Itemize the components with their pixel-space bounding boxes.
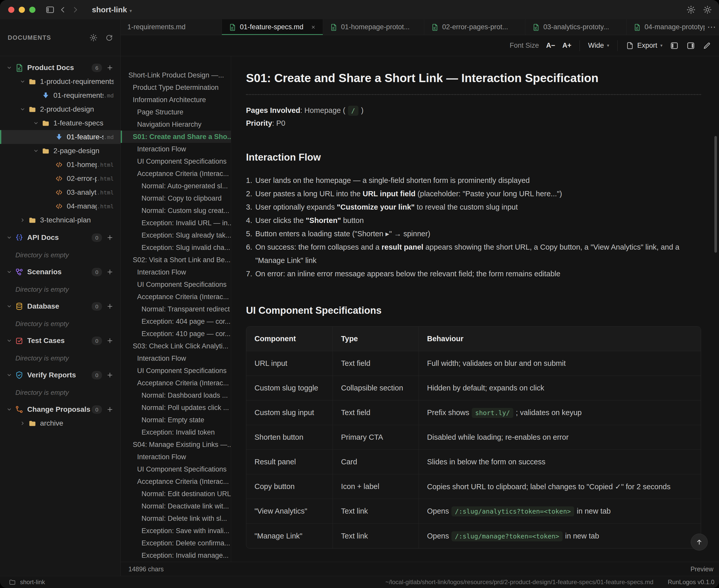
- toc-item-exception-invalid-token[interactable]: Exception: Invalid token: [121, 426, 231, 438]
- chevron-down-icon[interactable]: [4, 303, 15, 310]
- close-icon[interactable]: [311, 24, 316, 30]
- add-icon[interactable]: [106, 405, 114, 413]
- panel-right-icon[interactable]: [686, 41, 695, 50]
- close-window-button[interactable]: [8, 7, 14, 13]
- toc-item-s02-visit-a-short-link-and-be[interactable]: S02: Visit a Short Link and Be...: [121, 254, 231, 266]
- chevron-down-icon[interactable]: [17, 78, 28, 85]
- add-icon[interactable]: [106, 302, 114, 310]
- chevron-right-icon[interactable]: [17, 420, 28, 427]
- sun-icon[interactable]: [703, 5, 712, 15]
- toc-item-acceptance-criteria-interac[interactable]: Acceptance Criteria (Interac...: [121, 291, 231, 303]
- window-title[interactable]: short-link ▾: [92, 5, 132, 14]
- chevron-down-icon[interactable]: [30, 148, 42, 154]
- font-decrease-button[interactable]: A−: [546, 42, 555, 49]
- toc-item-ui-component-specifications[interactable]: UI Component Specifications: [121, 278, 231, 291]
- toc-item-normal-edit-destination-url[interactable]: Normal: Edit destination URL: [121, 488, 231, 500]
- tree-item-01-homepage-pro[interactable]: 01-homepage-pro....html: [0, 158, 120, 172]
- sidebar-section-product-docs[interactable]: Product Docs6: [0, 61, 120, 75]
- tree-item-01-requirements[interactable]: 01-requirements.md: [0, 88, 120, 102]
- toc-item-information-architecture[interactable]: Information Architecture: [121, 93, 231, 106]
- tab-1-requirements-md[interactable]: 1-requirements.md: [121, 19, 222, 35]
- toc-item-interaction-flow[interactable]: Interaction Flow: [121, 143, 231, 155]
- minimize-window-button[interactable]: [19, 7, 25, 13]
- sidebar-section-api-docs[interactable]: API Docs0: [0, 231, 120, 245]
- toc-item-navigation-hierarchy[interactable]: Navigation Hierarchy: [121, 118, 231, 131]
- add-icon[interactable]: [106, 371, 114, 379]
- toc-item-s03-check-link-click-analyti[interactable]: S03: Check Link Click Analyti...: [121, 340, 231, 352]
- toc-item-normal-dashboard-loads[interactable]: Normal: Dashboard loads ...: [121, 389, 231, 401]
- chevron-right-icon[interactable]: [17, 217, 28, 224]
- toc-item-exception-slug-already-tak[interactable]: Exception: Slug already tak...: [121, 229, 231, 241]
- add-icon[interactable]: [106, 234, 114, 241]
- toc-item-normal-copy-to-clipboard[interactable]: Normal: Copy to clipboard: [121, 192, 231, 205]
- toc-item-product-type-determination[interactable]: Product Type Determination: [121, 81, 231, 93]
- tree-item-2-product-design[interactable]: 2-product-design: [0, 102, 120, 116]
- add-icon[interactable]: [106, 268, 114, 276]
- tab-01-homepage-protot[interactable]: 01-homepage-protot...: [323, 19, 424, 35]
- font-increase-button[interactable]: A+: [562, 42, 571, 49]
- toc-item-s04-manage-existing-links[interactable]: S04: Manage Existing Links —...: [121, 438, 231, 451]
- sidebar-section-test-cases[interactable]: Test Cases0: [0, 334, 120, 348]
- tree-item-01-feature-specs[interactable]: 01-feature-specs.md: [0, 130, 120, 144]
- sidebar-section-verify-reports[interactable]: Verify Reports0: [0, 368, 120, 382]
- toc-item-ui-component-specifications[interactable]: UI Component Specifications: [121, 155, 231, 168]
- sidebar-section-database[interactable]: Database0: [0, 299, 120, 313]
- toc-item-normal-delete-link-with-sl[interactable]: Normal: Delete link with sl...: [121, 512, 231, 525]
- toc-item-s01-create-and-share-a-sho[interactable]: S01: Create and Share a Sho...: [121, 131, 231, 143]
- toc-item-normal-deactivate-link-wit[interactable]: Normal: Deactivate link wit...: [121, 500, 231, 512]
- toc-item-exception-delete-confirma[interactable]: Exception: Delete confirma...: [121, 537, 231, 549]
- back-icon[interactable]: [59, 5, 67, 14]
- toc-item-normal-empty-state[interactable]: Normal: Empty state: [121, 414, 231, 426]
- tree-item-1-product-requirements[interactable]: 1-product-requirements: [0, 75, 120, 88]
- toc-item-normal-auto-generated-sl[interactable]: Normal: Auto-generated sl...: [121, 180, 231, 192]
- forward-icon[interactable]: [71, 5, 80, 14]
- toc-item-acceptance-criteria-interac[interactable]: Acceptance Criteria (Interac...: [121, 475, 231, 488]
- toc-item-interaction-flow[interactable]: Interaction Flow: [121, 266, 231, 278]
- tab-02-error-pages-prot[interactable]: 02-error-pages-prot...: [424, 19, 525, 35]
- toc-item-interaction-flow[interactable]: Interaction Flow: [121, 352, 231, 364]
- chevron-down-icon[interactable]: [17, 106, 28, 113]
- toc-item-exception-save-with-invali[interactable]: Exception: Save with invali...: [121, 525, 231, 537]
- tab-01-feature-specs-md[interactable]: 01-feature-specs.md: [222, 19, 323, 35]
- export-button[interactable]: Export ▾: [626, 42, 662, 50]
- gear-icon[interactable]: [686, 5, 696, 15]
- toc-item-exception-invalid-manage[interactable]: Exception: Invalid manage...: [121, 549, 231, 562]
- tree-item-2-page-design[interactable]: 2-page-design: [0, 144, 120, 158]
- tree-item-3-technical-plan[interactable]: 3-technical-plan: [0, 213, 120, 227]
- toc-item-ui-component-specifications[interactable]: UI Component Specifications: [121, 463, 231, 475]
- chevron-down-icon[interactable]: [4, 269, 15, 275]
- tree-item-1-feature-specs[interactable]: 1-feature-specs: [0, 116, 120, 130]
- chevron-down-icon[interactable]: [4, 406, 15, 413]
- scroll-to-top-button[interactable]: [691, 533, 708, 550]
- sidebar-section-change-proposals[interactable]: Change Proposals0: [0, 402, 120, 416]
- panel-left-icon[interactable]: [670, 41, 679, 50]
- tab-03-analytics-prototy[interactable]: 03-analytics-prototy...: [525, 19, 626, 35]
- toc-item-exception-slug-invalid-cha[interactable]: Exception: Slug invalid cha...: [121, 241, 231, 254]
- tab-overflow-button[interactable]: ⋯: [705, 19, 719, 35]
- tree-item-03-analytics-prot[interactable]: 03-analytics-prot....html: [0, 186, 120, 200]
- toc-item-page-structure[interactable]: Page Structure: [121, 106, 231, 118]
- toc-item-normal-transparent-redirect[interactable]: Normal: Transparent redirect: [121, 303, 231, 315]
- sidebar-section-scenarios[interactable]: Scenarios0: [0, 265, 120, 279]
- toc-item-exception-410-page-cor[interactable]: Exception: 410 page — cor...: [121, 328, 231, 340]
- toc-item-normal-custom-slug-creat[interactable]: Normal: Custom slug creat...: [121, 205, 231, 217]
- tree-item-02-error-pages-p[interactable]: 02-error-pages-p....html: [0, 172, 120, 186]
- tree-item-04-manage-proto[interactable]: 04-manage-proto....html: [0, 200, 120, 213]
- chevron-down-icon[interactable]: [4, 372, 15, 378]
- add-icon[interactable]: [106, 64, 114, 71]
- toc-item-ui-component-specifications[interactable]: UI Component Specifications: [121, 364, 231, 377]
- toc-item-normal-poll-updates-click[interactable]: Normal: Poll updates click ...: [121, 401, 231, 414]
- add-icon[interactable]: [106, 337, 114, 344]
- pencil-icon[interactable]: [703, 41, 711, 50]
- chevron-down-icon[interactable]: [4, 64, 15, 71]
- zoom-window-button[interactable]: [29, 7, 36, 13]
- chevron-down-icon[interactable]: [30, 120, 42, 126]
- gear-icon[interactable]: [89, 33, 98, 42]
- tree-item-archive[interactable]: archive: [0, 416, 120, 430]
- toc-item-acceptance-criteria-interac[interactable]: Acceptance Criteria (Interac...: [121, 377, 231, 389]
- toc-item-interaction-flow[interactable]: Interaction Flow: [121, 451, 231, 463]
- toc-item-acceptance-criteria-interac[interactable]: Acceptance Criteria (Interac...: [121, 168, 231, 180]
- toc-item-exception-invalid-url-in[interactable]: Exception: Invalid URL — in...: [121, 217, 231, 229]
- chevron-down-icon[interactable]: [4, 337, 15, 344]
- scrollbar-thumb[interactable]: [714, 136, 717, 253]
